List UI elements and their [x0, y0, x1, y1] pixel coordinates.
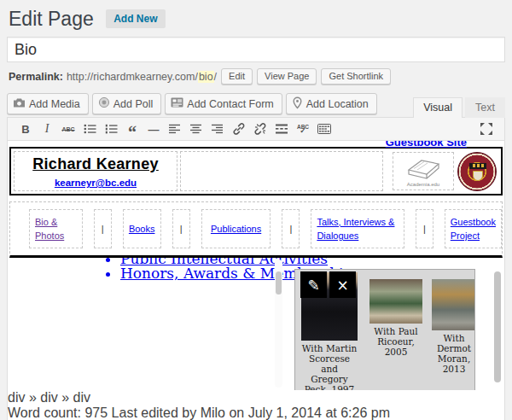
- permalink-label: Permalink:: [9, 71, 63, 83]
- author-name-link[interactable]: Richard Kearney: [32, 155, 159, 172]
- numbered-list-icon[interactable]: [101, 120, 121, 137]
- nav-cell: Talks, Interviews & Dialogues: [311, 209, 404, 248]
- add-new-button[interactable]: Add New: [106, 9, 165, 28]
- column-scrollbar-thumb[interactable]: [276, 271, 282, 295]
- bold-icon[interactable]: B: [15, 120, 36, 137]
- fullscreen-icon[interactable]: [476, 120, 497, 137]
- poll-icon: [98, 96, 110, 111]
- add-media-button[interactable]: Add Media: [7, 93, 89, 114]
- nav-link-books[interactable]: Books: [129, 222, 155, 236]
- header-table: Richard Kearney kearneyr@bc.edu Academia…: [9, 147, 503, 195]
- editor: B I ABC “ —: [7, 117, 505, 420]
- edit-permalink-button[interactable]: Edit: [221, 68, 253, 85]
- nav-cell: Bio & Photos: [29, 209, 83, 248]
- editor-scrollbar-thumb[interactable]: [494, 271, 501, 382]
- gallery-caption: With Martin Scorcese and Gregory Peck, 1…: [301, 343, 358, 390]
- visual-editor-canvas[interactable]: Guestbook Site Richard Kearney kearneyr@…: [8, 141, 504, 390]
- page-title: Edit Page: [9, 8, 94, 31]
- permalink-slug: bio: [198, 71, 214, 83]
- gallery-item[interactable]: With Dermot Moran, 2013: [432, 279, 475, 374]
- align-right-icon[interactable]: [207, 120, 228, 137]
- nav-link-guestbook-project[interactable]: Guestbook Project: [451, 215, 496, 243]
- strikethrough-icon[interactable]: ABC: [58, 120, 79, 137]
- nav-separator: |: [94, 209, 112, 248]
- permalink-url: http://richardmkearney.com/: [67, 71, 198, 83]
- nav-separator: |: [282, 209, 300, 248]
- tab-visual[interactable]: Visual: [413, 97, 463, 118]
- kitchen-sink-icon[interactable]: [314, 120, 335, 137]
- boston-college-seal[interactable]: [457, 152, 497, 191]
- remove-gallery-button[interactable]: ×: [329, 271, 356, 298]
- site-nav-table: Bio & Photos | Books | Publications | Ta…: [9, 201, 503, 258]
- align-center-icon[interactable]: [186, 120, 207, 137]
- nav-cell: Publications: [201, 209, 271, 248]
- nav-link-talks[interactable]: Talks, Interviews & Dialogues: [317, 215, 398, 243]
- contact-form-icon: [171, 97, 183, 110]
- bullet-list-icon[interactable]: [79, 120, 100, 137]
- gallery-toolbar: ✎ ×: [300, 271, 356, 298]
- nav-cell: Books: [123, 209, 161, 248]
- last-edited-text: Last edited by Milo on July 1, 2014 at 6…: [112, 405, 390, 420]
- view-page-button[interactable]: View Page: [257, 68, 317, 85]
- blockquote-icon[interactable]: “: [122, 120, 143, 137]
- permalink-slash: /: [214, 71, 217, 83]
- content-columns: Public Intellectual Activities Honors, A…: [8, 258, 504, 390]
- unlink-icon[interactable]: [250, 120, 271, 137]
- header-empty-cell: [180, 151, 383, 191]
- post-title-input[interactable]: [7, 37, 505, 62]
- gallery-photo-moran[interactable]: [432, 279, 475, 330]
- element-path-bar[interactable]: div » div » div: [8, 390, 504, 405]
- align-left-icon[interactable]: [165, 120, 185, 137]
- photo-gallery[interactable]: With Martin Scorcese and Gregory Peck, 1…: [294, 269, 475, 390]
- editor-top-row: Add Media Add Poll Add Contact Form Add …: [7, 89, 505, 117]
- media-icon: [13, 97, 26, 111]
- header-logos-cell: Academia.edu: [386, 151, 498, 191]
- nav-cell: Guestbook Project: [445, 209, 502, 248]
- add-poll-button[interactable]: Add Poll: [92, 93, 162, 114]
- gallery-photo-ricoeur[interactable]: [369, 279, 422, 324]
- mce-toolbar: B I ABC “ —: [8, 118, 504, 141]
- page-header: Edit Page Add New: [7, 0, 505, 37]
- editor-status-bar: Word count: 975 Last edited by Milo on J…: [8, 405, 504, 420]
- edit-gallery-button[interactable]: ✎: [300, 271, 327, 298]
- word-count: Word count: 975: [8, 405, 112, 420]
- link-icon[interactable]: [229, 120, 249, 137]
- more-tag-icon[interactable]: [271, 120, 292, 137]
- get-shortlink-button[interactable]: Get Shortlink: [321, 68, 391, 85]
- header-name-cell: Richard Kearney kearneyr@bc.edu: [14, 151, 177, 191]
- italic-icon[interactable]: I: [37, 120, 57, 137]
- location-pin-icon: [292, 96, 303, 112]
- add-contact-form-button[interactable]: Add Contact Form: [165, 93, 282, 114]
- spellcheck-icon[interactable]: ABC ✓: [293, 120, 313, 137]
- media-buttons: Add Media Add Poll Add Contact Form Add …: [7, 93, 413, 117]
- gallery-item[interactable]: With Paul Ricoeur, 2005: [369, 279, 422, 357]
- add-location-button[interactable]: Add Location: [286, 93, 377, 114]
- nav-link-publications[interactable]: Publications: [211, 222, 261, 236]
- academia-book-icon: [404, 156, 443, 182]
- editor-mode-tabs: Visual Text: [413, 97, 505, 117]
- nav-separator: |: [172, 209, 190, 248]
- horizontal-rule-icon[interactable]: —: [143, 120, 164, 137]
- nav-separator: |: [416, 209, 433, 248]
- tab-text[interactable]: Text: [465, 97, 505, 118]
- academia-logo[interactable]: Academia.edu: [393, 152, 454, 190]
- author-email-link[interactable]: kearneyr@bc.edu: [55, 178, 137, 188]
- gallery-caption: With Paul Ricoeur, 2005: [369, 326, 422, 357]
- guestbook-site-link[interactable]: Guestbook Site: [386, 141, 467, 149]
- permalink-row: Permalink: http://richardmkearney.com/bi…: [7, 62, 505, 89]
- gallery-caption: With Dermot Moran, 2013: [432, 333, 475, 374]
- nav-link-bio-photos[interactable]: Bio & Photos: [35, 215, 77, 243]
- academia-caption: Academia.edu: [407, 182, 439, 187]
